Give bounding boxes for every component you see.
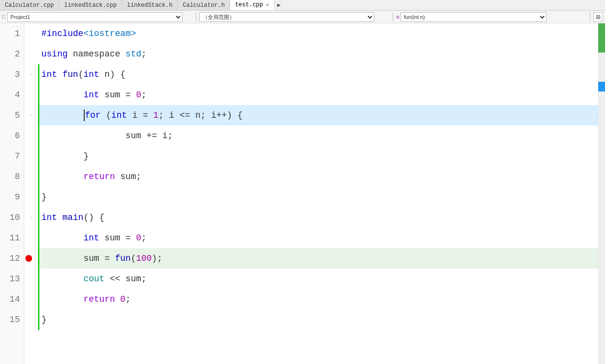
gutter-line-13 (24, 269, 38, 289)
code-line-2: using namespace std; (38, 44, 598, 64)
tab-scroll-right[interactable]: ▶ (275, 1, 284, 9)
indent-8 (41, 166, 83, 187)
breakpoint-12[interactable] (25, 255, 32, 262)
token-13-0: cout (83, 269, 104, 289)
token-14-1 (115, 289, 120, 309)
token-3-2: fun (62, 64, 78, 85)
token-15-0: } (41, 309, 47, 330)
toolbar: □ Project1 （全局范围） ◇ fun(int n) ⊞ (0, 11, 605, 23)
token-5-0: for (85, 105, 100, 126)
gutter-line-3: − (24, 64, 38, 85)
tab-Calculator_cpp[interactable]: Calculator.cpp (0, 0, 59, 10)
token-3-1 (57, 64, 62, 85)
code-line-7: } (38, 146, 598, 166)
line-number-14: 14 (0, 289, 24, 309)
gutter-line-10: − (24, 207, 38, 228)
right-scrollbar[interactable] (598, 23, 605, 364)
scope-section: （全局范围） (199, 12, 390, 22)
token-4-2: 0 (136, 85, 141, 105)
split-button[interactable]: ⊞ (593, 12, 603, 22)
code-line-8: return sum; (38, 166, 598, 187)
token-14-2: 0 (120, 289, 126, 309)
fun-select[interactable]: fun(int n) (401, 12, 547, 22)
tab-bar: Calculator.cpplinkedStack.cpplinkedStack… (0, 0, 605, 11)
token-5-5: ; i <= n; i++) { (159, 105, 243, 126)
code-line-9: } (38, 187, 598, 207)
project-select[interactable]: Project1 (7, 12, 183, 22)
token-5-3: i = (127, 105, 153, 126)
fold-btn-10[interactable]: − (30, 215, 33, 220)
token-3-3: ( (78, 64, 84, 85)
fun-section: ◇ fun(int n) (396, 12, 587, 22)
project-icon: □ (2, 14, 5, 20)
line-number-15: 15 (0, 309, 24, 330)
token-12-2: ( (131, 248, 136, 269)
line-number-6: 6 (0, 126, 24, 146)
gutter-line-5: − (24, 105, 38, 126)
token-12-3: 100 (136, 248, 151, 269)
toolbar-divider-1 (196, 13, 196, 21)
project-section: □ Project1 (2, 12, 193, 22)
code-line-10: int main() { (38, 207, 598, 228)
line-number-8: 8 (0, 166, 24, 187)
token-14-3: ; (126, 289, 131, 309)
tab-linkedStack_cpp[interactable]: linkedStack.cpp (59, 0, 122, 10)
token-3-0: int (41, 64, 57, 85)
scroll-marker-green (598, 23, 605, 53)
indent-7 (41, 146, 83, 166)
token-7-0: } (83, 146, 89, 166)
line-number-1: 1 (0, 23, 24, 44)
line-number-5: 5 (0, 105, 24, 126)
scope-select[interactable]: （全局范围） (199, 12, 374, 22)
gutter-line-1 (24, 23, 38, 44)
token-14-0: return (83, 289, 115, 309)
code-line-11: int sum = 0; (38, 228, 598, 248)
token-6-0: sum += i; (126, 126, 173, 146)
code-area: 123456789101112131415 −−− #include<iostr… (0, 23, 605, 364)
toolbar-divider-2 (393, 13, 393, 21)
line-number-2: 2 (0, 44, 24, 64)
code-line-6: sum += i; (38, 126, 598, 146)
tab-test_cpp[interactable]: test.cpp✕ (230, 0, 275, 10)
tab-close-icon[interactable]: ✕ (266, 2, 269, 8)
fold-btn-3[interactable]: − (30, 72, 33, 77)
token-3-4: int (83, 64, 99, 85)
indent-11 (41, 228, 83, 248)
indent-5 (41, 105, 83, 126)
token-13-1: << sum; (105, 269, 147, 289)
gutter-line-4 (24, 85, 38, 105)
token-4-3: ; (141, 85, 147, 105)
token-10-0: int (41, 207, 57, 228)
token-12-0: sum = (83, 248, 115, 269)
token-3-5: n) { (99, 64, 126, 85)
gutter-line-6 (24, 126, 38, 146)
line-number-9: 9 (0, 187, 24, 207)
code-line-14: return 0; (38, 289, 598, 309)
token-4-0: int (83, 85, 99, 105)
token-2-0: using (41, 44, 68, 64)
line-number-3: 3 (0, 64, 24, 85)
code-line-1: #include<iostream> (38, 23, 598, 44)
token-11-3: ; (141, 228, 147, 248)
fun-icon: ◇ (396, 14, 400, 20)
token-1-1: <iostream> (83, 23, 136, 44)
code-lines[interactable]: #include<iostream>using namespace std;in… (38, 23, 598, 364)
fold-btn-5[interactable]: − (30, 113, 33, 118)
scroll-marker-blue (598, 82, 605, 91)
token-5-1: ( (101, 105, 111, 126)
line-number-13: 13 (0, 269, 24, 289)
token-12-4: ); (152, 248, 163, 269)
gutter-line-14 (24, 289, 38, 309)
token-12-1: fun (115, 248, 130, 269)
code-line-12: sum = fun(100); (38, 248, 598, 269)
token-9-0: } (41, 187, 47, 207)
indent-14 (41, 289, 83, 309)
tab-Calculator_h[interactable]: Calculator.h (178, 0, 230, 10)
tab-linkedStack_h[interactable]: linkedStack.h (122, 0, 178, 10)
line-number-7: 7 (0, 146, 24, 166)
token-10-3: () { (83, 207, 104, 228)
indent-13 (41, 269, 83, 289)
gutter-line-12 (24, 248, 38, 269)
gutter-line-8 (24, 166, 38, 187)
line-number-10: 10 (0, 207, 24, 228)
